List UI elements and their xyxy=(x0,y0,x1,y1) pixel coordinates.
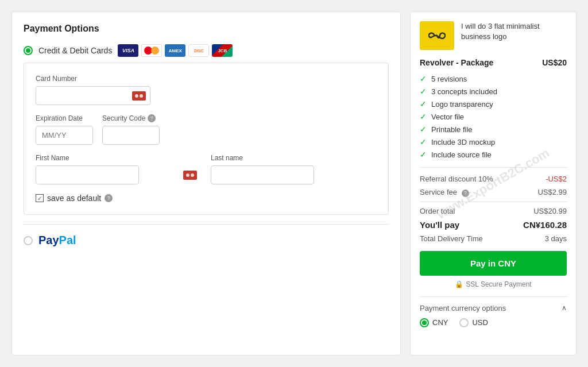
order-total-row: Order total US$20.99 xyxy=(420,202,567,215)
youll-pay-label: You'll pay xyxy=(420,220,459,230)
first-name-label: First Name xyxy=(36,154,202,162)
save-default-row: save as default ? xyxy=(36,194,377,203)
check-icon: ✓ xyxy=(420,87,427,96)
last-name-label: Last name xyxy=(211,154,377,162)
list-item: ✓ Include 3D mockup xyxy=(420,137,567,146)
check-icon: ✓ xyxy=(420,137,427,146)
referral-value: -US$2 xyxy=(546,175,567,183)
youll-pay-value: CN¥160.28 xyxy=(523,220,567,230)
list-item: ✓ 5 revisions xyxy=(420,74,567,83)
order-total-value: US$20.99 xyxy=(533,207,567,215)
payment-options-panel: Payment Options Credit & Debit Cards VIS… xyxy=(11,11,401,356)
last-name-group: Last name xyxy=(211,154,377,184)
check-icon: ✓ xyxy=(420,99,427,109)
save-default-checkbox[interactable] xyxy=(36,194,44,202)
check-icon: ✓ xyxy=(420,125,427,134)
list-item: ✓ Printable file xyxy=(420,125,567,134)
delivery-row: Total Delivery Time 3 days xyxy=(420,234,567,243)
card-chip-icon xyxy=(132,91,146,101)
check-icon: ✓ xyxy=(420,74,427,83)
currency-options: Payment currency options ∧ CNY USD xyxy=(420,296,567,327)
save-default-label: save as default xyxy=(47,194,101,203)
currency-radios: CNY USD xyxy=(420,318,567,327)
check-icon: ✓ xyxy=(420,112,427,121)
credit-card-radio[interactable] xyxy=(24,46,33,55)
jcb-logo: JCB xyxy=(212,44,233,57)
ssl-text: SSL Secure Payment xyxy=(466,280,531,288)
referral-row: Referral discount 10% -US$2 xyxy=(420,175,567,183)
package-price: US$20 xyxy=(542,58,567,67)
gig-title: I will do 3 flat minimalist business log… xyxy=(461,21,567,42)
gig-header: I will do 3 flat minimalist business log… xyxy=(420,21,567,50)
usd-radio[interactable] xyxy=(459,318,469,327)
list-item: ✓ Include source file xyxy=(420,150,567,159)
check-icon: ✓ xyxy=(420,150,427,159)
name-row: First Name Last name xyxy=(36,154,377,184)
service-fee-value: US$2.99 xyxy=(537,188,567,197)
credit-card-option[interactable]: Credit & Debit Cards VISA AMEX DISC JCB xyxy=(24,44,389,57)
package-row: Revolver - Package US$20 xyxy=(420,58,567,67)
paypal-logo: PayPal xyxy=(38,234,76,247)
list-item: ✓ 3 concepts included xyxy=(420,87,567,96)
amex-logo: AMEX xyxy=(165,44,185,57)
gig-thumbnail xyxy=(420,21,454,50)
infinity-icon xyxy=(428,30,446,41)
ssl-notice: 🔒 SSL Secure Payment xyxy=(420,280,567,288)
expiry-label: Expiration Date xyxy=(36,114,93,122)
credit-card-label: Credit & Debit Cards xyxy=(38,46,112,55)
pay-button[interactable]: Pay in CNY xyxy=(420,251,567,276)
feature-list: ✓ 5 revisions ✓ 3 concepts included ✓ Lo… xyxy=(420,74,567,159)
card-number-row: Card Number xyxy=(36,75,377,105)
card-logos: VISA AMEX DISC JCB xyxy=(118,44,233,57)
card-number-group: Card Number xyxy=(36,75,377,105)
youll-pay-row: You'll pay CN¥160.28 xyxy=(420,220,567,230)
pricing-rows: Referral discount 10% -US$2 Service fee … xyxy=(420,167,567,243)
chevron-up-icon: ∧ xyxy=(562,304,567,312)
paypal-option[interactable]: PayPal xyxy=(24,234,389,247)
currency-usd[interactable]: USD xyxy=(459,318,488,327)
cvv-help-icon[interactable]: ? xyxy=(148,114,156,122)
card-number-input-wrap xyxy=(36,86,150,105)
card-chip-icon-2 xyxy=(183,171,197,180)
visa-logo: VISA xyxy=(118,44,138,57)
first-name-group: First Name xyxy=(36,154,202,184)
panel-title: Payment Options xyxy=(24,24,389,34)
save-help-icon[interactable]: ? xyxy=(105,194,113,202)
section-divider xyxy=(24,224,389,225)
card-form: Card Number Expiration Date xyxy=(24,63,389,215)
usd-label: USD xyxy=(472,318,488,327)
list-item: ✓ Logo transparency xyxy=(420,99,567,109)
expiry-input[interactable] xyxy=(36,126,93,145)
currency-label: Payment currency options ∧ xyxy=(420,304,567,312)
currency-cny[interactable]: CNY xyxy=(420,318,448,327)
lock-icon: 🔒 xyxy=(455,280,463,288)
first-name-input[interactable] xyxy=(36,165,139,184)
cvv-group: Security Code ? xyxy=(102,114,160,145)
first-name-input-wrap xyxy=(36,165,202,184)
order-summary-panel: www.ExportB2C.com I will do 3 flat minim… xyxy=(410,11,577,356)
service-fee-label: Service fee ? xyxy=(420,188,469,197)
cny-radio[interactable] xyxy=(420,318,429,327)
delivery-value: 3 days xyxy=(545,234,567,243)
cvv-input[interactable] xyxy=(102,126,160,145)
cvv-label: Security Code ? xyxy=(102,114,160,122)
expiry-cvv-row: Expiration Date Security Code ? xyxy=(36,114,377,145)
card-number-label: Card Number xyxy=(36,75,377,83)
cny-label: CNY xyxy=(432,318,448,327)
discover-logo: DISC xyxy=(188,44,209,57)
service-fee-row: Service fee ? US$2.99 xyxy=(420,188,567,197)
expiry-group: Expiration Date xyxy=(36,114,93,145)
package-name: Revolver - Package xyxy=(420,58,493,67)
last-name-input[interactable] xyxy=(211,165,314,184)
order-total-label: Order total xyxy=(420,207,455,215)
service-fee-help-icon[interactable]: ? xyxy=(462,188,469,196)
paypal-radio[interactable] xyxy=(24,236,33,245)
delivery-label: Total Delivery Time xyxy=(420,234,483,243)
list-item: ✓ Vector file xyxy=(420,112,567,121)
referral-label: Referral discount 10% xyxy=(420,175,493,183)
mastercard-logo xyxy=(141,44,162,57)
